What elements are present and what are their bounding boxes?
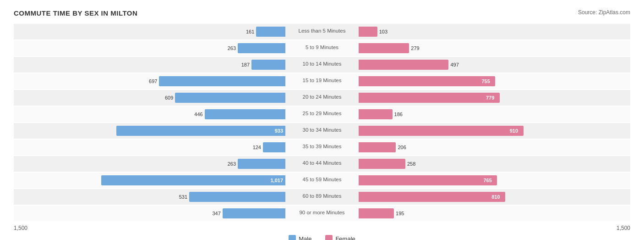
- female-bar: [359, 76, 495, 86]
- male-value: 933: [275, 128, 283, 134]
- male-value: 263: [228, 161, 236, 167]
- female-bar: [359, 109, 393, 119]
- female-value: 779: [486, 95, 494, 100]
- male-value: 531: [179, 194, 187, 200]
- female-bar: [359, 60, 448, 70]
- legend-male-box: [289, 235, 296, 240]
- female-bar: [359, 27, 377, 37]
- male-bar: [251, 60, 285, 70]
- legend-male: Male: [289, 235, 311, 240]
- legend-female-box: [325, 235, 333, 240]
- bar-label: 25 to 29 Minutes: [285, 111, 359, 116]
- bar-row: Less than 5 Minutes161103: [14, 24, 630, 39]
- female-bar: [359, 208, 394, 218]
- male-value: 446: [194, 112, 202, 117]
- bar-label: 10 to 14 Minutes: [285, 61, 359, 67]
- female-value: 910: [510, 128, 518, 134]
- female-bar: [359, 192, 505, 202]
- bar-row: 10 to 14 Minutes187497: [14, 57, 630, 73]
- bar-row: 35 to 39 Minutes124206: [14, 140, 630, 155]
- male-value: 697: [149, 78, 157, 84]
- chart-container: COMMUTE TIME BY SEX IN MILTON Source: Zi…: [0, 0, 644, 240]
- female-bar: [359, 159, 405, 169]
- bars-area: Less than 5 Minutes1611035 to 9 Minutes2…: [14, 24, 630, 221]
- male-bar: [159, 76, 285, 86]
- female-value: 103: [379, 29, 387, 34]
- female-value: 195: [396, 211, 404, 216]
- male-value: 263: [228, 45, 236, 51]
- chart-header: COMMUTE TIME BY SEX IN MILTON Source: Zi…: [14, 9, 630, 17]
- bar-label: 90 or more Minutes: [285, 210, 359, 215]
- axis-labels: 1,500 1,500: [14, 225, 630, 231]
- bar-label: Less than 5 Minutes: [285, 28, 359, 33]
- male-value: 161: [246, 29, 254, 34]
- female-value: 186: [394, 112, 403, 117]
- female-bar: [359, 43, 409, 53]
- axis-right-label: 1,500: [617, 225, 630, 231]
- bar-label: 20 to 24 Minutes: [285, 94, 359, 100]
- legend-male-label: Male: [299, 235, 311, 240]
- bar-row: 45 to 59 Minutes1,017765: [14, 173, 630, 188]
- female-bar: [359, 142, 396, 152]
- male-bar: [223, 208, 285, 218]
- bar-row: 5 to 9 Minutes263279: [14, 40, 630, 56]
- bar-row: 20 to 24 Minutes609779: [14, 90, 630, 106]
- bar-label: 60 to 89 Minutes: [285, 193, 359, 199]
- female-value: 810: [491, 194, 500, 200]
- male-bar: [238, 159, 285, 169]
- legend-female-label: Female: [335, 235, 355, 240]
- male-bar: [116, 126, 285, 136]
- female-value: 765: [483, 178, 491, 183]
- bar-label: 30 to 34 Minutes: [285, 127, 359, 133]
- female-bar: [359, 175, 497, 185]
- male-value: 609: [165, 95, 173, 100]
- bar-label: 5 to 9 Minutes: [285, 45, 359, 50]
- chart-title: COMMUTE TIME BY SEX IN MILTON: [14, 9, 137, 17]
- bar-row: 90 or more Minutes347195: [14, 206, 630, 221]
- axis-left-label: 1,500: [14, 225, 27, 231]
- legend-female: Female: [325, 235, 355, 240]
- male-bar: [263, 142, 285, 152]
- bar-row: 30 to 34 Minutes933910: [14, 123, 630, 139]
- male-value: 1,017: [270, 178, 283, 183]
- male-value: 347: [212, 211, 220, 216]
- chart-source: Source: ZipAtlas.com: [578, 9, 630, 16]
- male-bar: [189, 192, 285, 202]
- female-value: 279: [411, 45, 419, 51]
- bar-label: 40 to 44 Minutes: [285, 160, 359, 166]
- bar-row: 15 to 19 Minutes697755: [14, 73, 630, 89]
- bar-label: 35 to 39 Minutes: [285, 144, 359, 149]
- male-bar: [256, 27, 285, 37]
- male-value: 124: [253, 145, 261, 150]
- female-bar: [359, 93, 500, 103]
- female-value: 258: [407, 161, 415, 167]
- female-value: 497: [450, 62, 458, 67]
- male-bar: [175, 93, 285, 103]
- bar-label: 15 to 19 Minutes: [285, 78, 359, 83]
- male-value: 187: [241, 62, 250, 67]
- female-bar: [359, 126, 524, 136]
- male-bar: [205, 109, 285, 119]
- legend: Male Female: [14, 235, 630, 240]
- bar-label: 45 to 59 Minutes: [285, 177, 359, 182]
- bar-row: 25 to 29 Minutes446186: [14, 106, 630, 122]
- female-value: 755: [481, 78, 490, 84]
- male-bar: [101, 175, 285, 185]
- bar-row: 60 to 89 Minutes531810: [14, 189, 630, 205]
- bar-row: 40 to 44 Minutes263258: [14, 156, 630, 172]
- male-bar: [238, 43, 285, 53]
- female-value: 206: [398, 145, 406, 150]
